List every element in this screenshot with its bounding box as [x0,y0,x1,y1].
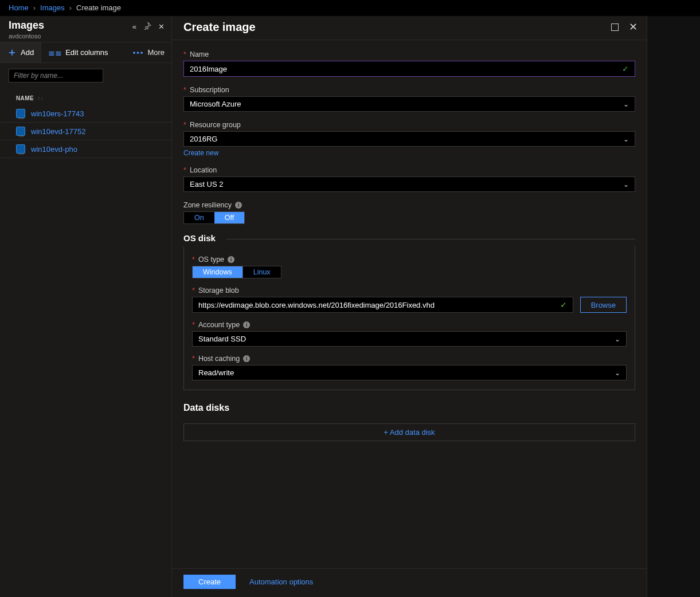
breadcrumb-current: Create image [76,3,121,12]
check-icon: ✓ [560,300,567,309]
name-label: Name [190,50,209,58]
browse-button[interactable]: Browse [580,297,627,313]
collapse-icon[interactable]: « [132,23,136,30]
breadcrumb: Home › Images › Create image [0,0,700,16]
chevron-down-icon: ⌄ [615,335,620,343]
filter-input[interactable] [9,69,103,83]
close-icon[interactable]: ✕ [629,23,638,31]
list-item[interactable]: win10evd-pho [0,140,171,158]
info-icon[interactable]: i [243,321,250,328]
host-caching-label: Host caching [198,355,240,363]
zone-off-button[interactable]: Off [214,212,244,223]
host-caching-select[interactable]: Read/write ⌄ [192,365,627,380]
maximize-icon[interactable] [611,23,619,31]
images-title: Images [9,19,44,32]
chevron-down-icon: ⌄ [615,369,620,377]
breadcrumb-home[interactable]: Home [9,3,29,12]
pin-icon[interactable] [143,22,151,31]
images-blade: Images avdcontoso « ✕ ＋ Add ≣≣ Edit colu… [0,16,172,597]
list-item[interactable]: win10ers-17743 [0,105,171,123]
info-icon[interactable]: i [235,202,242,209]
resource-group-label: Resource group [190,121,241,129]
data-disks-title: Data disks [183,403,635,413]
account-type-label: Account type [198,321,240,329]
close-icon[interactable]: ✕ [158,23,165,30]
account-type-select[interactable]: Standard SSD ⌄ [192,331,627,347]
column-name-header[interactable]: NAME [16,95,34,101]
breadcrumb-images[interactable]: Images [40,3,65,12]
edit-columns-label: Edit columns [65,48,108,57]
name-value: 2016Image [190,65,227,73]
create-new-rg-link[interactable]: Create new [183,149,218,157]
os-type-windows-button[interactable]: Windows [193,266,243,278]
os-type-linux-button[interactable]: Linux [243,266,281,278]
host-caching-value: Read/write [198,368,234,377]
breadcrumb-sep: › [33,3,36,12]
image-icon [16,127,25,136]
chevron-down-icon: ⌄ [623,100,629,108]
plus-icon: ＋ [7,49,17,56]
sort-asc-icon: ↑↓ [37,95,44,101]
image-name: win10evd-pho [31,145,77,154]
zone-label: Zone resiliency [183,201,232,209]
zone-on-button[interactable]: On [184,212,214,223]
os-type-label: OS type [198,256,224,264]
create-button[interactable]: Create [183,575,236,589]
os-type-toggle[interactable]: Windows Linux [192,266,281,278]
image-icon [16,109,25,118]
add-data-disk-button[interactable]: + Add data disk [183,423,635,441]
more-label: More [147,48,165,57]
breadcrumb-sep: › [69,3,72,12]
automation-options-link[interactable]: Automation options [249,578,313,586]
create-image-blade: Create image ✕ *Name 2016Image ✓ *Subscr… [172,16,647,597]
create-image-title: Create image [183,21,256,34]
location-value: East US 2 [190,180,224,188]
images-subtitle: avdcontoso [9,33,44,40]
info-icon[interactable]: i [228,256,234,263]
more-button[interactable]: ••• More [126,42,171,62]
more-icon: ••• [133,48,144,57]
subscription-label: Subscription [190,86,229,94]
chevron-down-icon: ⌄ [623,135,629,143]
chevron-down-icon: ⌄ [623,180,629,188]
resource-group-select[interactable]: 2016RG ⌄ [183,131,635,147]
resource-group-value: 2016RG [190,135,217,143]
image-name: win10evd-17752 [31,127,85,136]
zone-resiliency-toggle[interactable]: On Off [183,211,245,224]
subscription-value: Microsoft Azure [190,100,241,108]
edit-columns-button[interactable]: ≣≣ Edit columns [41,42,115,62]
location-label: Location [190,166,217,174]
storage-blob-label: Storage blob [198,286,239,294]
columns-icon: ≣≣ [48,48,62,57]
location-select[interactable]: East US 2 ⌄ [183,176,635,192]
add-label: Add [21,48,34,57]
image-name: win10ers-17743 [31,109,84,118]
list-item[interactable]: win10evd-17752 [0,123,171,140]
empty-area [647,16,700,597]
storage-blob-value: https://evdimage.blob.core.windows.net/2… [198,301,435,309]
name-input[interactable]: 2016Image ✓ [183,61,635,77]
check-icon: ✓ [622,64,629,73]
account-type-value: Standard SSD [198,335,246,343]
os-disk-section-title: OS disk [183,233,220,243]
image-icon [16,144,25,154]
storage-blob-input[interactable]: https://evdimage.blob.core.windows.net/2… [192,297,573,313]
add-button[interactable]: ＋ Add [0,42,41,62]
info-icon[interactable]: i [243,355,250,362]
subscription-select[interactable]: Microsoft Azure ⌄ [183,96,635,112]
